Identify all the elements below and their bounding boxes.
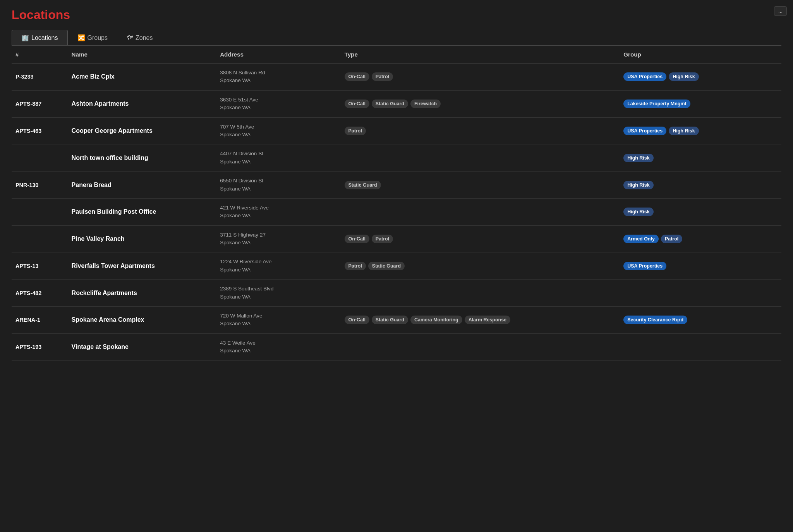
cell-type: Patrol xyxy=(341,117,620,144)
table-row[interactable]: PNR-130Panera Bread6550 N Division StSpo… xyxy=(12,172,781,199)
type-badge: On-Call xyxy=(345,100,369,108)
page-title: Locations xyxy=(12,8,781,22)
cell-type xyxy=(341,198,620,225)
tab-locations-label: Locations xyxy=(31,34,58,41)
group-badge: High Risk xyxy=(623,154,654,162)
groups-icon: 🔀 xyxy=(77,34,85,41)
cell-address: 6550 N Division StSpokane WA xyxy=(216,172,340,199)
cell-address: 1224 W Riverside AveSpokane WA xyxy=(216,252,340,280)
cell-name: Riverfalls Tower Apartments xyxy=(68,252,216,280)
table-row[interactable]: ARENA-1Spokane Arena Complex720 W Mallon… xyxy=(12,307,781,334)
type-badge: Camera Monitoring xyxy=(410,316,462,324)
more-options-button[interactable]: ... xyxy=(774,6,787,16)
cell-name: Rockcliffe Apartments xyxy=(68,280,216,307)
cell-type: On-CallPatrol xyxy=(341,63,620,91)
col-header-address: Address xyxy=(216,46,340,63)
type-badge: Firewatch xyxy=(410,100,441,108)
table-row[interactable]: Pine Valley Ranch3711 S Highway 27Spokan… xyxy=(12,225,781,252)
cell-group: Armed OnlyPatrol xyxy=(620,225,781,252)
type-badge: Patrol xyxy=(372,235,393,243)
group-badge: High Risk xyxy=(669,72,699,81)
cell-address: 3808 N Sullivan RdSpokane WA xyxy=(216,63,340,91)
group-badge: High Risk xyxy=(623,208,654,216)
cell-group: USA PropertiesHigh Risk xyxy=(620,117,781,144)
cell-address: 3630 E 51st AveSpokane WA xyxy=(216,90,340,117)
cell-address: 707 W 5th AveSpokane WA xyxy=(216,117,340,144)
cell-num xyxy=(12,144,68,172)
cell-group: Security Clearance Rqrd xyxy=(620,307,781,334)
cell-type xyxy=(341,280,620,307)
table-row[interactable]: APTS-482Rockcliffe Apartments2389 S Sout… xyxy=(12,280,781,307)
cell-address: 4407 N Division StSpokane WA xyxy=(216,144,340,172)
cell-type: PatrolStatic Guard xyxy=(341,252,620,280)
group-badge: USA Properties xyxy=(623,262,666,270)
locations-table: # Name Address Type Group P-3233Acme Biz… xyxy=(12,46,781,361)
cell-num: APTS-193 xyxy=(12,333,68,360)
col-header-group: Group xyxy=(620,46,781,63)
col-header-num: # xyxy=(12,46,68,63)
table-row[interactable]: APTS-887Ashton Apartments3630 E 51st Ave… xyxy=(12,90,781,117)
type-badge: On-Call xyxy=(345,72,369,81)
cell-name: Ashton Apartments xyxy=(68,90,216,117)
cell-name: Vintage at Spokane xyxy=(68,333,216,360)
cell-name: Cooper George Apartments xyxy=(68,117,216,144)
cell-name: Panera Bread xyxy=(68,172,216,199)
cell-group: High Risk xyxy=(620,198,781,225)
type-badge: On-Call xyxy=(345,316,369,324)
tab-zones-label: Zones xyxy=(136,34,153,41)
cell-type xyxy=(341,144,620,172)
cell-name: Paulsen Building Post Office xyxy=(68,198,216,225)
tab-groups-label: Groups xyxy=(88,34,108,41)
table-header-row: # Name Address Type Group xyxy=(12,46,781,63)
type-badge: Static Guard xyxy=(372,316,408,324)
cell-group: USA Properties xyxy=(620,252,781,280)
group-badge: USA Properties xyxy=(623,72,666,81)
col-header-name: Name xyxy=(68,46,216,63)
cell-group xyxy=(620,280,781,307)
cell-num: PNR-130 xyxy=(12,172,68,199)
cell-address: 720 W Mallon AveSpokane WA xyxy=(216,307,340,334)
table-row[interactable]: North town office building4407 N Divisio… xyxy=(12,144,781,172)
cell-name: Spokane Arena Complex xyxy=(68,307,216,334)
type-badge: Static Guard xyxy=(372,100,408,108)
group-badge: High Risk xyxy=(669,127,699,135)
type-badge: Patrol xyxy=(345,127,366,135)
locations-icon: 🏢 xyxy=(21,34,29,41)
tab-groups[interactable]: 🔀 Groups xyxy=(68,30,117,45)
table-row[interactable]: APTS-193Vintage at Spokane43 E Weile Ave… xyxy=(12,333,781,360)
group-badge: Armed Only xyxy=(623,235,659,243)
type-badge: Patrol xyxy=(372,72,393,81)
table-row[interactable]: APTS-463Cooper George Apartments707 W 5t… xyxy=(12,117,781,144)
type-badge: Static Guard xyxy=(368,262,405,270)
cell-num: ARENA-1 xyxy=(12,307,68,334)
cell-type xyxy=(341,333,620,360)
cell-address: 43 E Weile AveSpokane WA xyxy=(216,333,340,360)
tab-zones[interactable]: 🗺 Zones xyxy=(117,30,162,45)
tab-locations[interactable]: 🏢 Locations xyxy=(12,30,68,45)
cell-num xyxy=(12,198,68,225)
cell-type: On-CallStatic GuardFirewatch xyxy=(341,90,620,117)
cell-num: APTS-482 xyxy=(12,280,68,307)
cell-num: APTS-463 xyxy=(12,117,68,144)
table-row[interactable]: Paulsen Building Post Office421 W Rivers… xyxy=(12,198,781,225)
group-badge: High Risk xyxy=(623,181,654,189)
table-row[interactable]: P-3233Acme Biz Cplx3808 N Sullivan RdSpo… xyxy=(12,63,781,91)
cell-group: USA PropertiesHigh Risk xyxy=(620,63,781,91)
table-row[interactable]: APTS-13Riverfalls Tower Apartments1224 W… xyxy=(12,252,781,280)
type-badge: Patrol xyxy=(345,262,366,270)
cell-group: Lakeside Property Mngmt xyxy=(620,90,781,117)
tab-bar: 🏢 Locations 🔀 Groups 🗺 Zones xyxy=(12,30,781,46)
col-header-type: Type xyxy=(341,46,620,63)
group-badge: USA Properties xyxy=(623,127,666,135)
cell-address: 2389 S Southeast BlvdSpokane WA xyxy=(216,280,340,307)
type-badge: On-Call xyxy=(345,235,369,243)
cell-name: Acme Biz Cplx xyxy=(68,63,216,91)
cell-num: APTS-13 xyxy=(12,252,68,280)
type-badge: Alarm Response xyxy=(465,316,510,324)
cell-type: Static Guard xyxy=(341,172,620,199)
cell-num: P-3233 xyxy=(12,63,68,91)
cell-name: Pine Valley Ranch xyxy=(68,225,216,252)
zones-icon: 🗺 xyxy=(127,34,133,41)
cell-name: North town office building xyxy=(68,144,216,172)
group-badge: Patrol xyxy=(661,235,682,243)
